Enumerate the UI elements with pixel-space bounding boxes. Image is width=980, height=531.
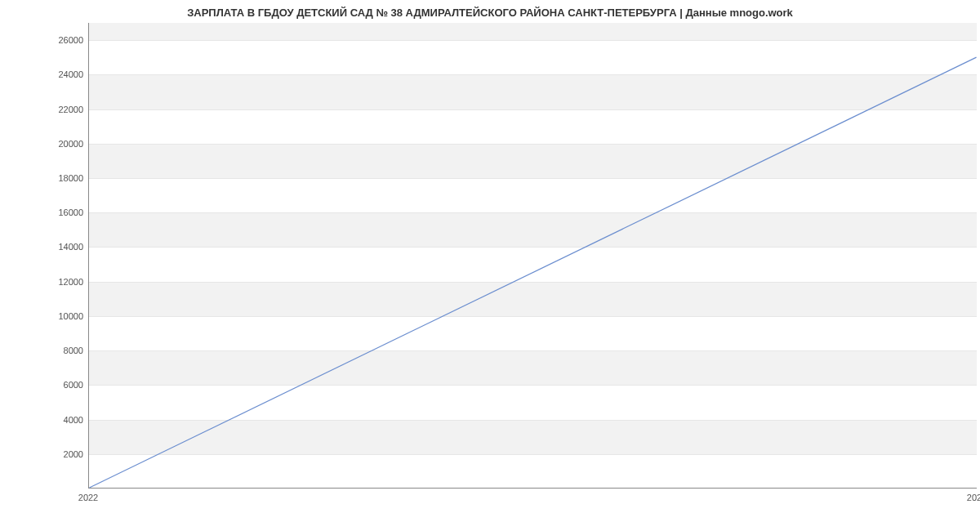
series-svg	[89, 23, 977, 488]
series-line	[89, 57, 976, 488]
x-tick-label: 2024	[967, 493, 980, 502]
chart-container: ЗАРПЛАТА В ГБДОУ ДЕТСКИЙ САД № 38 АДМИРА…	[0, 0, 980, 531]
y-tick-label: 10000	[18, 311, 83, 321]
y-tick-label: 12000	[18, 277, 83, 287]
y-tick-label: 4000	[18, 415, 83, 425]
y-tick-label: 16000	[18, 207, 83, 217]
y-tick-label: 26000	[18, 35, 83, 45]
y-tick-label: 14000	[18, 242, 83, 252]
chart-title: ЗАРПЛАТА В ГБДОУ ДЕТСКИЙ САД № 38 АДМИРА…	[0, 7, 980, 19]
y-tick-label: 8000	[18, 346, 83, 355]
y-tick-label: 20000	[18, 139, 83, 149]
y-tick-label: 18000	[18, 173, 83, 183]
y-tick-label: 6000	[18, 380, 83, 390]
plot-area	[88, 23, 977, 489]
y-tick-label: 24000	[18, 69, 83, 79]
y-tick-label: 22000	[18, 105, 83, 114]
y-tick-label: 2000	[18, 449, 83, 459]
x-tick-label: 2022	[78, 493, 98, 502]
